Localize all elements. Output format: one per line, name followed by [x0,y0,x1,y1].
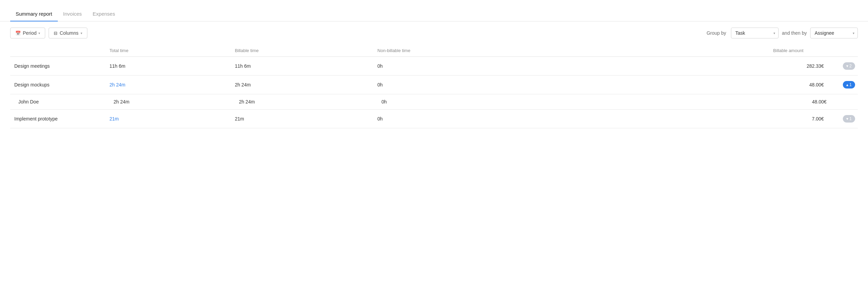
row-badge-cell[interactable]: ▾ 1 [831,110,858,128]
row-label: Implement prototype [10,110,105,128]
row-total-time: 11h 6m [105,57,231,76]
row-billable-time: 2h 24m [231,76,373,94]
row-billable-amount: 282.33€ [557,57,831,76]
row-billable-time: 11h 6m [231,57,373,76]
row-label: Design meetings [10,57,105,76]
period-label: Period [23,30,36,36]
row-total-time[interactable]: 21m [105,110,231,128]
then-by-select[interactable]: Assignee Project Client [810,28,858,38]
row-billable-amount: 48.00€ [557,76,831,94]
row-billable-amount: 7.00€ [557,110,831,128]
columns-chevron: ▾ [81,31,82,35]
row-label: Design mockups [10,76,105,94]
sub-row-non-billable-time: 0h [373,94,557,110]
th-billable-amount: Billable amount [557,45,831,57]
toolbar-left: 📅 Period ▾ ⊟ Columns ▾ [10,28,702,38]
group-by-label: Group by [707,30,726,36]
then-by-select-wrapper: Assignee Project Client ▾ [810,28,858,38]
columns-label: Columns [59,30,78,36]
calendar-icon: 📅 [15,31,21,36]
row-non-billable-time: 0h [373,57,557,76]
tab-invoices[interactable]: Invoices [58,7,87,21]
th-name [10,45,105,57]
th-total-time: Total time [105,45,231,57]
row-billable-time: 21m [231,110,373,128]
expand-badge[interactable]: ▾ 1 [843,115,855,123]
sub-row-label: John Doe [10,94,105,110]
table-row: Design mockups2h 24m2h 24m0h48.00€▴ 1 [10,76,858,94]
period-button[interactable]: 📅 Period ▾ [10,28,45,38]
group-by-select[interactable]: Task Project Client User [731,28,779,38]
summary-table: Total time Billable time Non-billable ti… [10,45,858,128]
row-badge-cell[interactable]: ▾ 2 [831,57,858,76]
row-non-billable-time: 0h [373,110,557,128]
sub-row-badge-cell [831,94,858,110]
toolbar-right: Group by Task Project Client User ▾ and … [707,28,858,38]
sub-row-billable-time: 2h 24m [231,94,373,110]
period-chevron: ▾ [38,31,40,35]
app-container: Summary report Invoices Expenses 📅 Perio… [0,0,868,290]
columns-button[interactable]: ⊟ Columns ▾ [49,28,87,38]
row-total-time[interactable]: 2h 24m [105,76,231,94]
table-container: Total time Billable time Non-billable ti… [0,45,868,128]
th-billable-time: Billable time [231,45,373,57]
row-badge-cell[interactable]: ▴ 1 [831,76,858,94]
group-by-select-wrapper: Task Project Client User ▾ [731,28,779,38]
and-then-by-label: and then by [782,30,807,36]
tab-summary[interactable]: Summary report [10,7,58,21]
table-header-row: Total time Billable time Non-billable ti… [10,45,858,57]
tabs-bar: Summary report Invoices Expenses [0,0,868,21]
columns-icon: ⊟ [54,31,57,36]
table-row: Implement prototype21m21m0h7.00€▾ 1 [10,110,858,128]
expand-badge[interactable]: ▾ 2 [843,62,855,70]
row-non-billable-time: 0h [373,76,557,94]
sub-row-total-time: 2h 24m [105,94,231,110]
tab-expenses[interactable]: Expenses [87,7,121,21]
table-row: John Doe2h 24m2h 24m0h48.00€ [10,94,858,110]
sub-row-billable-amount: 48.00€ [557,94,831,110]
table-row: Design meetings11h 6m11h 6m0h282.33€▾ 2 [10,57,858,76]
toolbar: 📅 Period ▾ ⊟ Columns ▾ Group by Task Pro… [0,21,868,45]
expand-badge[interactable]: ▴ 1 [843,81,855,88]
th-non-billable-time: Non-billable time [373,45,557,57]
th-badge [831,45,858,57]
